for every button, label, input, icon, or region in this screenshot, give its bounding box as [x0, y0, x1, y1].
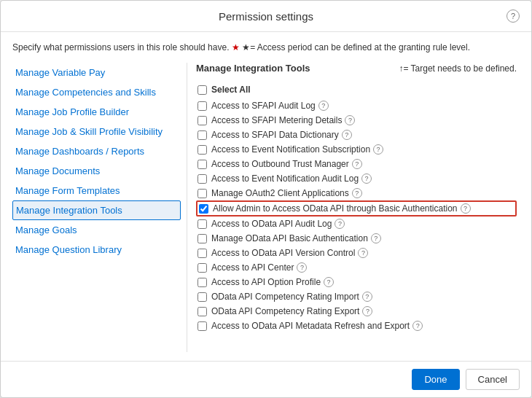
- list-item: Manage OAuth2 Client Applications?: [196, 186, 517, 200]
- checkbox-sfapi-dictionary[interactable]: [197, 130, 207, 140]
- right-panel-title: Manage Integration Tools: [196, 63, 310, 74]
- list-item: Access to API Center?: [196, 260, 517, 275]
- info-icon[interactable]: ?: [345, 115, 355, 125]
- checkbox-allow-admin-odata[interactable]: [199, 204, 208, 214]
- info-icon[interactable]: ?: [324, 277, 334, 287]
- checkbox-odata-competency-import[interactable]: [197, 292, 207, 302]
- right-panel-header: Manage Integration Tools ↑= Target needs…: [196, 63, 517, 77]
- checkbox-label: Access to Outbound Trust Manager: [211, 159, 349, 169]
- info-icon[interactable]: ?: [318, 101, 329, 111]
- info-icon[interactable]: ?: [362, 292, 372, 302]
- star-symbol: ★: [232, 42, 240, 52]
- right-panel: Manage Integration Tools ↑= Target needs…: [187, 63, 520, 352]
- help-icon[interactable]: ?: [506, 9, 520, 23]
- info-icon[interactable]: ?: [358, 248, 368, 258]
- modal-body: Specify what permissions users in this r…: [1, 32, 531, 361]
- info-icon[interactable]: ?: [352, 188, 362, 198]
- done-button[interactable]: Done: [412, 369, 459, 390]
- info-icon[interactable]: ?: [371, 233, 381, 243]
- checkbox-sfapi-metering[interactable]: [197, 116, 207, 125]
- info-icon[interactable]: ?: [461, 203, 471, 214]
- list-item: Access to SFAPI Audit Log?: [196, 98, 517, 113]
- checkbox-list: Access to SFAPI Audit Log?Access to SFAP…: [196, 98, 517, 333]
- checkbox-odata-basic-auth[interactable]: [197, 234, 207, 243]
- checkbox-label: Manage OAuth2 Client Applications: [211, 188, 349, 198]
- sidebar-item-manage-job-profile[interactable]: Manage Job Profile Builder: [12, 102, 181, 122]
- list-item: Access to API Option Profile?: [196, 275, 517, 289]
- list-item: Manage OData API Basic Authentication?: [196, 231, 517, 246]
- checkbox-outbound-trust[interactable]: [197, 160, 207, 169]
- checkbox-event-notif-audit[interactable]: [197, 174, 207, 184]
- info-icon[interactable]: ?: [352, 159, 362, 169]
- permission-settings-modal: Permission settings ? Specify what permi…: [0, 0, 532, 398]
- modal-header: Permission settings ?: [1, 1, 531, 32]
- info-icon[interactable]: ?: [373, 144, 383, 155]
- checkbox-label: Access to API Center: [211, 262, 294, 273]
- list-item: Access to SFAPI Metering Details?: [196, 113, 517, 128]
- sidebar-item-manage-goals[interactable]: Manage Goals: [12, 220, 181, 240]
- content-area: Manage Variable PayManage Competencies a…: [12, 63, 520, 352]
- list-item: Access to OData API Audit Log?: [196, 216, 517, 231]
- checkbox-odata-version-control[interactable]: [197, 249, 207, 258]
- info-icon[interactable]: ?: [412, 321, 423, 331]
- list-item: OData API Competency Rating Import?: [196, 289, 517, 304]
- checkbox-odata-competency-export[interactable]: [197, 307, 207, 316]
- sidebar-item-manage-form-templates[interactable]: Manage Form Templates: [12, 181, 181, 200]
- sidebar-item-manage-competencies[interactable]: Manage Competencies and Skills: [12, 82, 181, 102]
- checkbox-label: Allow Admin to Access OData API through …: [213, 203, 458, 214]
- sidebar-item-manage-documents[interactable]: Manage Documents: [12, 161, 181, 181]
- checkbox-label: Access to OData API Audit Log: [211, 219, 332, 229]
- checkbox-label: Access to Event Notification Subscriptio…: [211, 144, 370, 155]
- sidebar-item-manage-variable-pay[interactable]: Manage Variable Pay: [12, 63, 181, 82]
- info-icon[interactable]: ?: [297, 262, 307, 273]
- checkbox-label: Access to SFAPI Metering Details: [211, 115, 342, 125]
- checkbox-label: Access to API Option Profile: [211, 277, 321, 287]
- info-icon[interactable]: ?: [335, 219, 345, 229]
- list-item: Allow Admin to Access OData API through …: [196, 200, 517, 216]
- checkbox-odata-audit[interactable]: [197, 219, 207, 229]
- checkbox-label: Manage OData API Basic Authentication: [211, 233, 368, 243]
- description: Specify what permissions users in this r…: [12, 41, 520, 54]
- checkbox-label: Access to Event Notification Audit Log: [211, 173, 359, 184]
- sidebar-item-manage-question-library[interactable]: Manage Question Library: [12, 240, 181, 260]
- checkbox-event-notif-subscription[interactable]: [197, 145, 207, 155]
- checkbox-label: Access to OData API Metadata Refresh and…: [211, 321, 410, 331]
- modal-footer: Done Cancel: [1, 361, 531, 397]
- list-item: Access to OData API Metadata Refresh and…: [196, 319, 517, 333]
- checkbox-odata-metadata-refresh[interactable]: [197, 321, 207, 331]
- list-item: OData API Competency Rating Export?: [196, 304, 517, 319]
- left-nav: Manage Variable PayManage Competencies a…: [12, 63, 187, 352]
- select-all-checkbox[interactable]: [197, 85, 207, 95]
- sidebar-item-manage-dashboards[interactable]: Manage Dashboards / Reports: [12, 141, 181, 161]
- info-icon[interactable]: ?: [362, 306, 372, 316]
- list-item: Access to Outbound Trust Manager?: [196, 157, 517, 171]
- checkbox-sfapi-audit[interactable]: [197, 101, 207, 111]
- checkbox-api-center[interactable]: [197, 263, 207, 273]
- checkbox-label: OData API Competency Rating Import: [211, 292, 359, 302]
- cancel-button[interactable]: Cancel: [466, 369, 520, 390]
- sidebar-item-manage-job-skill[interactable]: Manage Job & Skill Profile Visibility: [12, 122, 181, 141]
- select-all-label: Select All: [211, 85, 251, 95]
- target-note: ↑= Target needs to be defined.: [399, 63, 517, 74]
- list-item: Access to SFAPI Data Dictionary?: [196, 128, 517, 142]
- list-item: Access to OData API Version Control?: [196, 246, 517, 260]
- list-item: Access to Event Notification Subscriptio…: [196, 142, 517, 157]
- checkbox-label: Access to SFAPI Data Dictionary: [211, 130, 339, 140]
- sidebar-item-manage-integration-tools[interactable]: Manage Integration Tools: [12, 200, 181, 220]
- modal-title: Permission settings: [26, 10, 506, 23]
- checkbox-api-option-profile[interactable]: [197, 278, 207, 287]
- select-all-row: Select All: [196, 82, 517, 97]
- checkbox-label: OData API Competency Rating Export: [211, 306, 359, 316]
- checkbox-label: Access to OData API Version Control: [211, 248, 355, 258]
- checkbox-label: Access to SFAPI Audit Log: [211, 101, 316, 111]
- info-icon[interactable]: ?: [361, 173, 372, 184]
- list-item: Access to Event Notification Audit Log?: [196, 171, 517, 186]
- info-icon[interactable]: ?: [342, 130, 352, 140]
- checkbox-oauth2-client[interactable]: [197, 189, 207, 198]
